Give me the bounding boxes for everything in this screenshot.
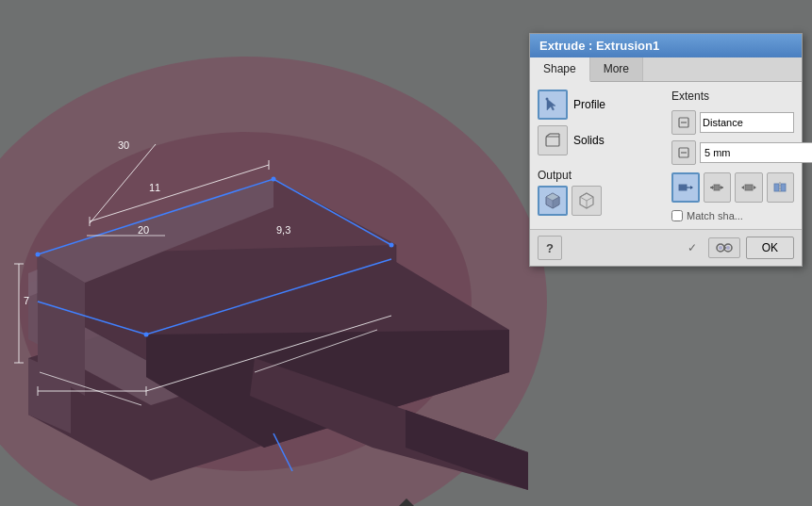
dim-7: 7 [24,295,29,306]
solids-label: Solids [573,134,605,147]
value-row [671,140,794,165]
svg-marker-45 [580,193,593,201]
dim-20: 20 [138,224,149,236]
distance-value-input[interactable] [700,142,812,163]
dialog-title: Extrude : Extrusion1 [530,34,802,57]
svg-rect-60 [745,185,753,190]
svg-point-27 [36,253,41,257]
svg-point-26 [389,243,394,248]
profile-icon-btn[interactable] [538,90,568,120]
distance-dropdown[interactable]: Distance [700,112,794,133]
bottom-indicator [399,498,414,506]
svg-marker-54 [690,186,693,189]
solids-row: Solids [538,125,664,155]
tab-shape[interactable]: Shape [530,57,590,82]
match-shape-label: Match sha... [687,210,743,221]
svg-point-35 [546,98,549,101]
direction-one-btn[interactable] [671,172,700,203]
output-surface-btn[interactable] [572,186,602,216]
sync-btn-2[interactable] [671,140,696,165]
svg-rect-64 [781,184,786,191]
preview-btn[interactable] [708,237,740,258]
solids-icon-btn[interactable] [538,125,568,155]
distance-row: Distance [671,110,794,135]
output-label: Output [538,169,664,182]
profile-row: Profile [538,90,664,120]
match-shape-row: Match sha... [671,210,794,221]
svg-rect-55 [714,185,720,190]
output-solid-btn[interactable] [538,186,568,216]
svg-point-69 [719,246,722,250]
svg-rect-36 [546,137,559,146]
svg-marker-34 [547,99,555,110]
sync-btn-1[interactable] [671,110,696,135]
help-button[interactable]: ? [538,236,562,260]
svg-rect-63 [774,184,779,191]
dim-11: 11 [149,182,160,193]
svg-marker-61 [741,186,744,189]
dim-9-3: 9,3 [276,224,290,236]
extents-label: Extents [671,90,794,103]
svg-rect-52 [679,186,687,189]
tab-more[interactable]: More [590,57,643,81]
ok-button[interactable]: OK [746,237,794,259]
extrude-dialog: Extrude : Extrusion1 Shape More Profile [529,33,803,267]
left-column: Profile Solids Output [538,90,664,221]
output-section: Output [538,165,664,216]
match-shape-checkbox[interactable] [671,210,683,221]
right-column: Extents Distance [671,90,794,221]
direction-two-btn[interactable] [735,172,762,203]
symmetric-body-btn[interactable] [767,172,794,203]
profile-label: Profile [573,98,605,111]
dialog-body: Profile Solids Output [530,82,802,229]
dialog-tabs: Shape More [530,57,802,82]
svg-marker-62 [754,186,756,189]
check-icon: ✓ [682,237,703,258]
direction-sym-btn[interactable] [704,172,731,203]
dialog-footer: ? ✓ OK [530,229,802,266]
output-buttons [538,186,664,216]
direction-row [671,172,794,203]
svg-point-25 [272,177,276,182]
svg-point-70 [726,246,730,250]
svg-point-28 [144,333,149,337]
dim-30: 30 [118,139,129,151]
